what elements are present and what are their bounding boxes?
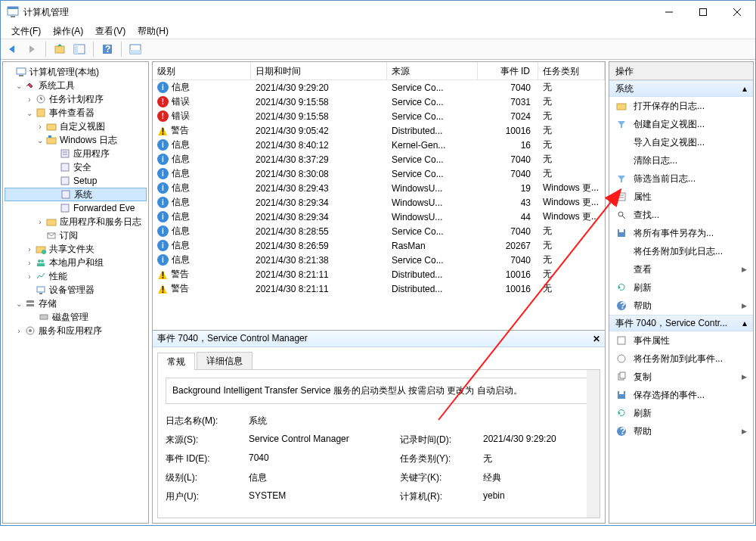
help-icon: ?: [615, 425, 627, 437]
table-row[interactable]: i信息2021/4/30 8:37:29Service Co...7040无: [153, 152, 605, 166]
tree-disk-management[interactable]: 磁盘管理: [52, 311, 88, 324]
action-filter-current-log[interactable]: 筛选当前日志...: [609, 169, 753, 188]
action-copy[interactable]: 复制▶: [609, 368, 753, 386]
action-save-all-events[interactable]: 将所有事件另存为...: [609, 224, 753, 242]
maximize-button[interactable]: [686, 2, 720, 23]
table-row[interactable]: !警告2021/4/30 8:21:11Distributed...10016无: [153, 267, 605, 281]
table-row[interactable]: i信息2021/4/30 8:29:34WindowsU...43Windows…: [153, 195, 605, 210]
tab-details[interactable]: 详细信息: [197, 352, 253, 369]
table-row[interactable]: i信息2021/4/30 8:40:12Kernel-Gen...16无: [153, 138, 605, 152]
action-group-system[interactable]: 系统▴: [609, 80, 753, 97]
show-hide-tree-button[interactable]: [71, 41, 88, 58]
svg-marker-54: [618, 121, 625, 128]
table-row[interactable]: i信息2021/4/30 8:30:08Service Co...7040无: [153, 166, 605, 181]
svg-rect-25: [48, 135, 51, 138]
info-icon: i: [157, 211, 169, 222]
action-save-selected[interactable]: 保存选择的事件...: [609, 386, 753, 404]
action-import-custom-view[interactable]: 导入自定义视图...: [609, 133, 753, 151]
menu-file[interactable]: 文件(F): [5, 23, 47, 39]
navigation-tree[interactable]: 计算机管理(本地) ⌄系统工具 ›任务计划程序 ⌄事件查看器 ›自定义视图 ⌄W…: [2, 61, 149, 524]
tree-windows-logs[interactable]: Windows 日志: [60, 134, 117, 147]
table-row[interactable]: !警告2021/4/30 9:05:42Distributed...10016无: [153, 123, 605, 138]
action-event-properties[interactable]: 事件属性: [609, 331, 753, 350]
tree-shared-folders[interactable]: 共享文件夹: [49, 243, 94, 256]
log-icon: [59, 161, 71, 173]
tree-root[interactable]: 计算机管理(本地): [29, 66, 99, 79]
action-group-event[interactable]: 事件 7040，Service Contr...▴: [609, 315, 753, 331]
tree-app-service-logs[interactable]: 应用程序和服务日志: [60, 216, 141, 229]
detail-close-button[interactable]: ✕: [593, 334, 600, 344]
col-eventid[interactable]: 事件 ID: [478, 62, 538, 79]
svg-rect-26: [61, 150, 69, 157]
close-button[interactable]: [720, 2, 754, 23]
tree-custom-views[interactable]: 自定义视图: [60, 120, 105, 133]
tree-security[interactable]: 安全: [73, 161, 91, 174]
forward-button[interactable]: [23, 41, 40, 58]
lbl-source: 来源(S):: [166, 434, 249, 446]
info-icon: i: [157, 82, 169, 93]
tree-task-scheduler[interactable]: 任务计划程序: [49, 93, 104, 106]
tab-general[interactable]: 常规: [157, 353, 195, 370]
table-row[interactable]: !错误2021/4/30 9:15:58Service Co...7024无: [153, 109, 605, 123]
tree-forwarded[interactable]: Forwarded Eve: [73, 203, 135, 213]
app-icon: [7, 6, 19, 18]
tree-application[interactable]: 应用程序: [73, 148, 110, 160]
table-row[interactable]: !警告2021/4/30 8:21:11Distributed...10016无: [153, 281, 605, 296]
up-button[interactable]: [51, 41, 68, 58]
tree-services-apps[interactable]: 服务和应用程序: [39, 325, 102, 337]
tree-device-manager[interactable]: 设备管理器: [49, 284, 94, 297]
action-create-custom-view[interactable]: 创建自定义视图...: [609, 115, 753, 133]
properties-icon: [615, 191, 627, 203]
event-list-header: 级别 日期和时间 来源 事件 ID 任务类别: [153, 62, 605, 80]
table-row[interactable]: i信息2021/4/30 8:28:55Service Co...7040无: [153, 224, 605, 238]
tree-storage[interactable]: 存储: [39, 297, 57, 310]
action-refresh-2[interactable]: 刷新: [609, 404, 753, 422]
tree-system[interactable]: 系统: [74, 188, 92, 201]
action-view[interactable]: 查看▶: [609, 260, 753, 278]
detail-scrollbar[interactable]: [587, 370, 600, 518]
col-category[interactable]: 任务类别: [538, 62, 605, 79]
col-level[interactable]: 级别: [153, 62, 251, 79]
action-attach-task-log[interactable]: 将任务附加到此日志...: [609, 242, 753, 260]
col-source[interactable]: 来源: [387, 62, 478, 79]
disk-icon: [38, 311, 50, 323]
table-row[interactable]: i信息2021/4/30 8:29:43WindowsU...19Windows…: [153, 181, 605, 195]
event-list[interactable]: i信息2021/4/30 9:29:20Service Co...7040无!错…: [153, 80, 605, 330]
action-open-saved-log[interactable]: 打开保存的日志...: [609, 97, 753, 115]
table-row[interactable]: i信息2021/4/30 8:21:38Service Co...7040无: [153, 253, 605, 267]
menu-action[interactable]: 操作(A): [47, 23, 89, 39]
back-button[interactable]: [4, 41, 20, 58]
tree-local-users[interactable]: 本地用户和组: [49, 257, 104, 269]
svg-point-36: [42, 250, 46, 254]
col-datetime[interactable]: 日期和时间: [251, 62, 387, 79]
winlogs-icon: [45, 134, 57, 146]
action-refresh[interactable]: 刷新: [609, 278, 753, 297]
action-clear-log[interactable]: 清除日志...: [609, 151, 753, 169]
minimize-button[interactable]: [652, 2, 686, 23]
log-icon: [59, 148, 71, 160]
tree-event-viewer[interactable]: 事件查看器: [49, 107, 94, 120]
svg-point-67: [618, 355, 625, 362]
table-row[interactable]: !错误2021/4/30 9:15:58Service Co...7031无: [153, 95, 605, 109]
table-row[interactable]: i信息2021/4/30 9:29:20Service Co...7040无: [153, 80, 605, 95]
action-find[interactable]: 查找...: [609, 206, 753, 224]
val-level: 信息: [249, 471, 400, 484]
panel-button[interactable]: [127, 41, 144, 58]
menu-help[interactable]: 帮助(H): [132, 23, 175, 39]
tree-system-tools[interactable]: 系统工具: [39, 79, 75, 92]
menu-view[interactable]: 查看(V): [89, 23, 132, 39]
tree-setup[interactable]: Setup: [73, 176, 97, 186]
help-button[interactable]: ?: [99, 41, 116, 58]
tree-subscribe[interactable]: 订阅: [60, 229, 78, 242]
svg-text:!: !: [162, 126, 165, 136]
action-help-2[interactable]: ?帮助▶: [609, 422, 753, 440]
detail-title: 事件 7040，Service Control Manager: [157, 332, 308, 345]
tree-performance[interactable]: 性能: [49, 270, 67, 283]
action-help[interactable]: ?帮助▶: [609, 297, 753, 315]
action-properties[interactable]: 属性: [609, 188, 753, 206]
info-icon: i: [157, 168, 169, 179]
table-row[interactable]: i信息2021/4/30 8:26:59RasMan20267无: [153, 238, 605, 253]
actions-header: 操作: [609, 62, 753, 80]
action-attach-task-event[interactable]: 将任务附加到此事件...: [609, 350, 753, 368]
table-row[interactable]: i信息2021/4/30 8:29:34WindowsU...44Windows…: [153, 210, 605, 224]
